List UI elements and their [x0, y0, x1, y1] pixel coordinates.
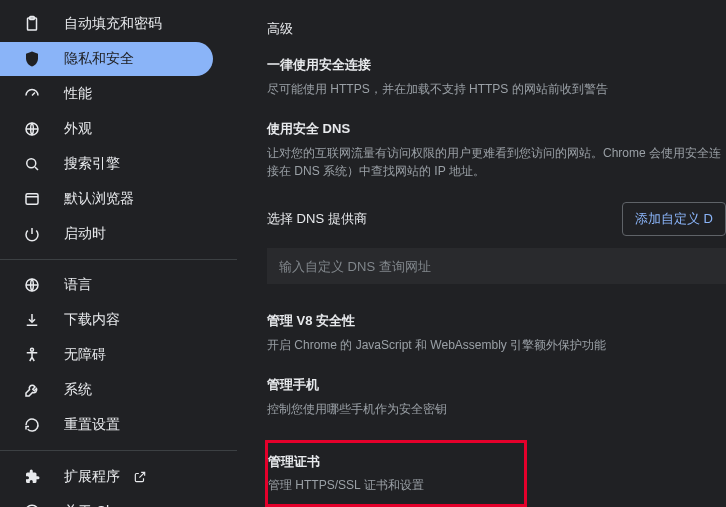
- settings-content: 高级 一律使用安全连接 尽可能使用 HTTPS，并在加载不支持 HTTPS 的网…: [237, 0, 726, 507]
- sidebar-item-downloads[interactable]: 下载内容: [0, 303, 213, 337]
- sidebar-item-label: 无障碍: [64, 346, 106, 364]
- sidebar-item-label: 语言: [64, 276, 92, 294]
- svg-point-6: [31, 348, 34, 351]
- svg-point-3: [27, 159, 36, 168]
- sidebar-separator: [0, 259, 237, 260]
- sidebar-item-label: 性能: [64, 85, 92, 103]
- download-icon: [22, 310, 42, 330]
- manage-certificates-highlight: 管理证书 管理 HTTPS/SSL 证书和设置: [265, 440, 527, 507]
- custom-dns-input[interactable]: [267, 248, 726, 284]
- sidebar-item-label: 扩展程序: [64, 468, 120, 486]
- setting-title: 管理手机: [267, 376, 726, 394]
- sidebar-item-system[interactable]: 系统: [0, 373, 213, 407]
- globe-icon: [22, 119, 42, 139]
- setting-description: 控制您使用哪些手机作为安全密钥: [267, 400, 726, 418]
- setting-title: 使用安全 DNS: [267, 120, 726, 138]
- globe-icon: [22, 275, 42, 295]
- sidebar-item-default-browser[interactable]: 默认浏览器: [0, 182, 213, 216]
- sidebar-item-languages[interactable]: 语言: [0, 268, 213, 302]
- sidebar-item-label: 关于 Chrome: [64, 503, 146, 507]
- sidebar-item-about[interactable]: 关于 Chrome: [0, 495, 213, 507]
- sidebar-item-label: 隐私和安全: [64, 50, 134, 68]
- sidebar-item-label: 默认浏览器: [64, 190, 134, 208]
- clipboard-icon: [22, 14, 42, 34]
- svg-rect-4: [26, 194, 38, 205]
- speedometer-icon: [22, 84, 42, 104]
- sidebar-item-reset[interactable]: 重置设置: [0, 408, 213, 442]
- shield-icon: [22, 49, 42, 69]
- extension-icon: [22, 467, 42, 487]
- sidebar-item-extensions[interactable]: 扩展程序: [0, 460, 213, 494]
- sidebar-item-autofill[interactable]: 自动填充和密码: [0, 7, 213, 41]
- sidebar-item-accessibility[interactable]: 无障碍: [0, 338, 213, 372]
- sidebar-item-startup[interactable]: 启动时: [0, 217, 213, 251]
- advanced-heading: 高级: [267, 20, 726, 38]
- settings-sidebar: 自动填充和密码 隐私和安全 性能 外观 搜索引擎: [0, 0, 237, 507]
- sidebar-item-label: 下载内容: [64, 311, 120, 329]
- setting-title: 管理 V8 安全性: [267, 312, 726, 330]
- setting-description: 管理 HTTPS/SSL 证书和设置: [268, 476, 512, 494]
- sidebar-item-privacy[interactable]: 隐私和安全: [0, 42, 213, 76]
- setting-title: 管理证书: [268, 453, 512, 471]
- browser-icon: [22, 189, 42, 209]
- add-custom-dns-button[interactable]: 添加自定义 D: [622, 202, 726, 236]
- sidebar-item-label: 系统: [64, 381, 92, 399]
- sidebar-separator: [0, 450, 237, 451]
- v8-security-row[interactable]: 管理 V8 安全性 开启 Chrome 的 JavaScript 和 WebAs…: [267, 312, 726, 354]
- reset-icon: [22, 415, 42, 435]
- manage-certificates-row[interactable]: 管理证书 管理 HTTPS/SSL 证书和设置: [268, 453, 512, 494]
- manage-phones-row[interactable]: 管理手机 控制您使用哪些手机作为安全密钥: [267, 376, 726, 418]
- setting-description: 开启 Chrome 的 JavaScript 和 WebAssembly 引擎额…: [267, 336, 726, 354]
- sidebar-item-label: 外观: [64, 120, 92, 138]
- always-https-row[interactable]: 一律使用安全连接 尽可能使用 HTTPS，并在加载不支持 HTTPS 的网站前收…: [267, 56, 726, 98]
- setting-title: 一律使用安全连接: [267, 56, 726, 74]
- dns-provider-row: 选择 DNS 提供商 添加自定义 D: [267, 202, 726, 236]
- dns-provider-label: 选择 DNS 提供商: [267, 210, 622, 228]
- wrench-icon: [22, 380, 42, 400]
- power-icon: [22, 224, 42, 244]
- sidebar-item-label: 重置设置: [64, 416, 120, 434]
- chrome-icon: [22, 502, 42, 507]
- setting-description: 让对您的互联网流量有访问权限的用户更难看到您访问的网站。Chrome 会使用安全…: [267, 144, 726, 180]
- search-icon: [22, 154, 42, 174]
- sidebar-item-label: 启动时: [64, 225, 106, 243]
- setting-description: 尽可能使用 HTTPS，并在加载不支持 HTTPS 的网站前收到警告: [267, 80, 726, 98]
- sidebar-item-search[interactable]: 搜索引擎: [0, 147, 213, 181]
- secure-dns-row[interactable]: 使用安全 DNS 让对您的互联网流量有访问权限的用户更难看到您访问的网站。Chr…: [267, 120, 726, 180]
- accessibility-icon: [22, 345, 42, 365]
- sidebar-item-label: 自动填充和密码: [64, 15, 162, 33]
- open-external-icon: [132, 469, 148, 485]
- sidebar-item-performance[interactable]: 性能: [0, 77, 213, 111]
- sidebar-item-label: 搜索引擎: [64, 155, 120, 173]
- sidebar-item-appearance[interactable]: 外观: [0, 112, 213, 146]
